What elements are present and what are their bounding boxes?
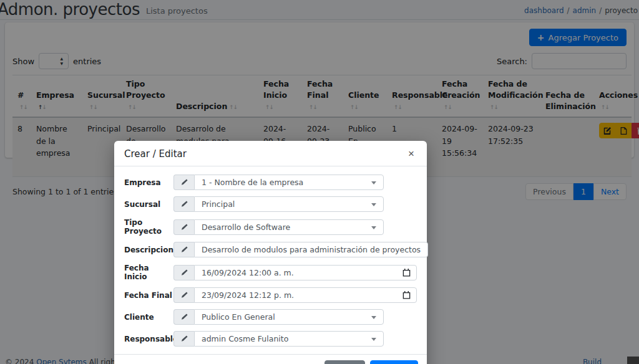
pencil-icon	[173, 331, 194, 347]
modal-title: Crear / Editar	[124, 148, 187, 160]
pencil-icon	[173, 265, 194, 280]
pencil-icon	[173, 242, 194, 257]
pencil-icon	[173, 287, 194, 303]
pencil-icon	[173, 219, 194, 235]
field-descripcion: Descripcion Desarrolo de modulos para ad…	[124, 242, 417, 257]
cliente-select[interactable]: Publico En General	[194, 309, 384, 325]
field-fecha-inicio: Fecha Inicio 16/09/2024 12:00 a. m.	[124, 264, 417, 281]
responsable-select[interactable]: admin Cosme Fulanito	[194, 331, 384, 347]
save-button[interactable]: Guardar	[370, 360, 418, 364]
descripcion-input[interactable]: Desarrolo de modulos para administración…	[194, 242, 428, 257]
pencil-icon	[173, 175, 194, 190]
create-edit-modal: Crear / Editar × Empresa 1 - Nombre de l…	[114, 141, 427, 364]
calendar-icon	[402, 269, 411, 277]
chevron-down-icon	[371, 226, 376, 229]
field-label: Sucursal	[124, 200, 173, 209]
field-label: Cliente	[124, 313, 173, 322]
field-label: Responsable	[124, 335, 173, 343]
chevron-down-icon	[371, 203, 376, 206]
pencil-icon	[173, 309, 194, 325]
field-cliente: Cliente Publico En General	[124, 309, 417, 325]
close-icon[interactable]: ×	[406, 147, 417, 160]
field-tipo-proyecto: Tipo Proyecto Desarrollo de Software	[124, 218, 417, 236]
fecha-final-input[interactable]: 23/09/2024 12:12 p. m.	[194, 287, 417, 303]
field-sucursal: Sucursal Principal	[124, 196, 417, 212]
pencil-icon	[173, 196, 194, 212]
tipo-proyecto-select[interactable]: Desarrollo de Software	[194, 219, 384, 235]
cancel-button[interactable]: Cerrar	[324, 360, 365, 364]
field-label: Descripcion	[124, 246, 173, 254]
modal-header: Crear / Editar ×	[114, 141, 427, 166]
field-label: Fecha Final	[124, 291, 173, 300]
chevron-down-icon	[371, 316, 376, 319]
chevron-down-icon	[371, 181, 376, 184]
field-responsable: Responsable admin Cosme Fulanito	[124, 331, 417, 347]
field-empresa: Empresa 1 - Nombre de la empresa	[124, 175, 417, 190]
modal-body: Empresa 1 - Nombre de la empresa Sucursa…	[114, 166, 427, 354]
empresa-select[interactable]: 1 - Nombre de la empresa	[194, 175, 384, 190]
modal-footer: Cerrar Guardar	[114, 354, 427, 364]
field-fecha-final: Fecha Final 23/09/2024 12:12 p. m.	[124, 287, 417, 303]
fecha-inicio-input[interactable]: 16/09/2024 12:00 a. m.	[194, 265, 417, 280]
chevron-down-icon	[371, 338, 376, 341]
field-label: Tipo Proyecto	[124, 218, 173, 236]
sucursal-select[interactable]: Principal	[194, 196, 384, 212]
field-label: Fecha Inicio	[124, 264, 173, 281]
calendar-icon	[402, 291, 411, 299]
field-label: Empresa	[124, 178, 173, 187]
